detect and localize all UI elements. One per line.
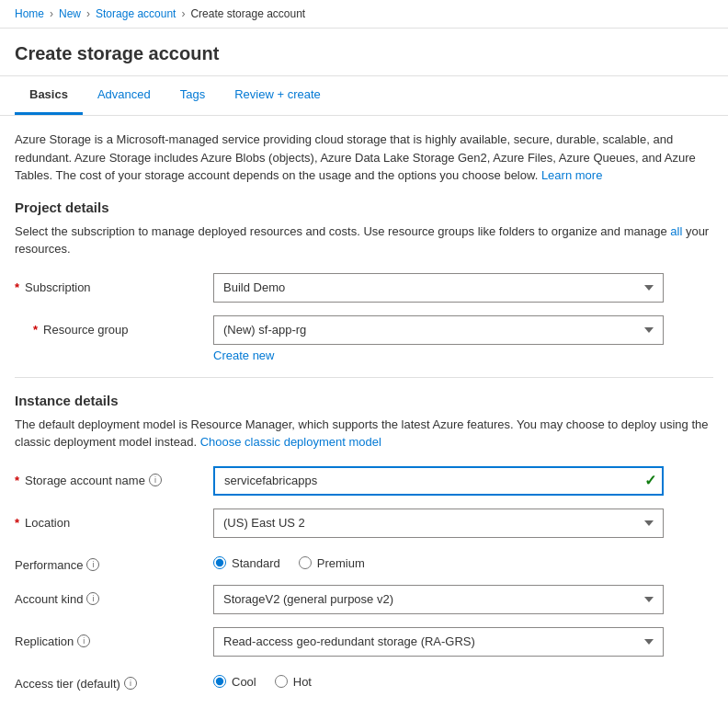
account-kind-select[interactable]: StorageV2 (general purpose v2) <box>213 585 664 614</box>
replication-info-icon[interactable]: i <box>77 634 90 647</box>
location-select[interactable]: (US) East US 2 <box>213 509 664 538</box>
resource-group-row: * Resource group (New) sf-app-rg Create … <box>15 315 713 362</box>
replication-control: Read-access geo-redundant storage (RA-GR… <box>213 627 664 657</box>
access-tier-hot[interactable]: Hot <box>275 675 312 689</box>
storage-account-name-input[interactable] <box>213 466 664 496</box>
access-tier-cool[interactable]: Cool <box>213 675 256 689</box>
tab-tags[interactable]: Tags <box>165 76 220 115</box>
performance-label: Performance i <box>15 551 199 572</box>
access-tier-control: Cool Hot <box>213 669 664 689</box>
instance-details-title: Instance details <box>15 393 713 408</box>
project-details-section: Project details Select the subscription … <box>15 200 713 362</box>
tab-basics[interactable]: Basics <box>15 76 83 115</box>
access-tier-hot-radio[interactable] <box>275 675 288 688</box>
instance-details-section: Instance details The default deployment … <box>15 393 713 691</box>
instance-details-desc: The default deployment model is Resource… <box>15 416 713 451</box>
learn-more-link[interactable]: Learn more <box>541 168 602 182</box>
replication-row: Replication i Read-access geo-redundant … <box>15 627 713 657</box>
tab-review-create[interactable]: Review + create <box>220 76 336 115</box>
page-title: Create storage account <box>0 29 728 76</box>
storage-account-name-control: ✓ <box>213 466 664 496</box>
project-details-desc: Select the subscription to manage deploy… <box>15 223 713 258</box>
tab-bar: Basics Advanced Tags Review + create <box>0 76 728 116</box>
breadcrumb-current: Create storage account <box>190 7 305 20</box>
access-tier-info-icon[interactable]: i <box>124 677 137 690</box>
performance-row: Performance i Standard Premium <box>15 551 713 572</box>
resource-group-control: (New) sf-app-rg Create new <box>213 315 664 362</box>
breadcrumb: Home › New › Storage account › Create st… <box>0 0 728 29</box>
replication-label: Replication i <box>15 627 199 648</box>
breadcrumb-storage-account[interactable]: Storage account <box>96 7 176 20</box>
storage-account-name-row: * Storage account name i ✓ <box>15 466 713 496</box>
performance-standard-radio[interactable] <box>213 556 226 569</box>
storage-name-info-icon[interactable]: i <box>149 474 162 486</box>
account-kind-info-icon[interactable]: i <box>86 592 99 605</box>
performance-control: Standard Premium <box>213 551 664 570</box>
location-row: * Location (US) East US 2 <box>15 509 713 538</box>
subscription-control: Build Demo <box>213 273 664 303</box>
account-kind-control: StorageV2 (general purpose v2) <box>213 585 664 614</box>
breadcrumb-new[interactable]: New <box>59 7 81 20</box>
storage-account-name-label: * Storage account name i <box>15 466 199 487</box>
classic-deployment-link[interactable]: Choose classic deployment model <box>200 435 381 449</box>
access-tier-row: Access tier (default) i Cool Hot <box>15 669 713 691</box>
resource-group-label: * Resource group <box>15 315 199 337</box>
all-resources-link[interactable]: all <box>670 224 682 238</box>
tab-advanced[interactable]: Advanced <box>83 76 165 115</box>
main-content: Azure Storage is a Microsoft-managed ser… <box>0 116 728 718</box>
performance-radio-group: Standard Premium <box>213 551 664 570</box>
account-kind-label: Account kind i <box>15 585 199 606</box>
subscription-label: * Subscription <box>15 273 199 294</box>
divider-1 <box>15 377 713 378</box>
performance-standard[interactable]: Standard <box>213 556 280 570</box>
intro-description: Azure Storage is a Microsoft-managed ser… <box>15 131 713 185</box>
access-tier-radio-group: Cool Hot <box>213 669 664 689</box>
breadcrumb-home[interactable]: Home <box>15 7 44 20</box>
subscription-row: * Subscription Build Demo <box>15 273 713 303</box>
account-kind-row: Account kind i StorageV2 (general purpos… <box>15 585 713 614</box>
location-control: (US) East US 2 <box>213 509 664 538</box>
performance-info-icon[interactable]: i <box>86 558 99 571</box>
valid-check-icon: ✓ <box>644 472 656 489</box>
performance-premium[interactable]: Premium <box>299 556 365 570</box>
access-tier-label: Access tier (default) i <box>15 669 199 691</box>
create-new-link[interactable]: Create new <box>213 349 664 362</box>
replication-select[interactable]: Read-access geo-redundant storage (RA-GR… <box>213 627 664 657</box>
resource-group-select[interactable]: (New) sf-app-rg <box>213 315 664 345</box>
storage-name-input-wrapper: ✓ <box>213 466 664 496</box>
project-details-title: Project details <box>15 200 713 215</box>
access-tier-cool-radio[interactable] <box>213 675 226 688</box>
subscription-select[interactable]: Build Demo <box>213 273 664 303</box>
location-label: * Location <box>15 509 199 530</box>
performance-premium-radio[interactable] <box>299 556 312 569</box>
